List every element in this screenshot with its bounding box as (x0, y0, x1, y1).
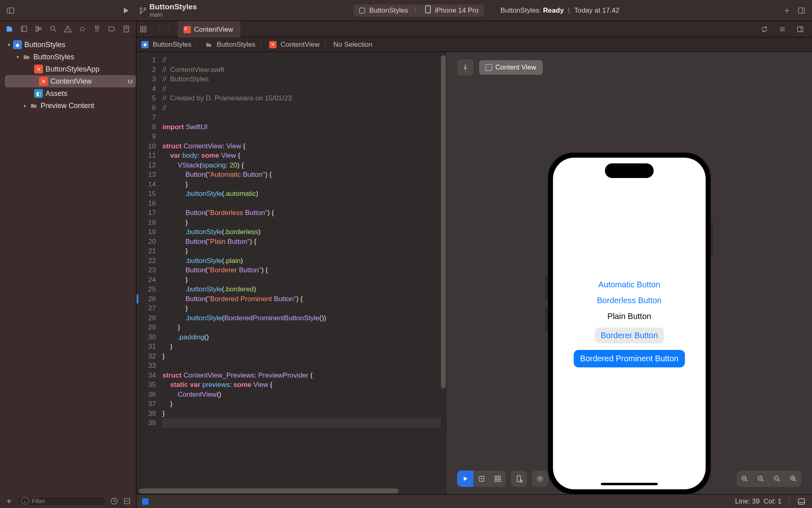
svg-point-2 (140, 7, 142, 9)
jump-segment[interactable]: ButtonStyles (216, 41, 255, 49)
live-preview-button[interactable] (457, 471, 473, 487)
disclosure-icon[interactable]: ▸ (22, 103, 28, 109)
add-editor-button[interactable] (782, 6, 792, 15)
navigator: ▾ ◆ ButtonStyles ▾ ButtonStyles ✕ButtonS… (0, 21, 136, 508)
scheme-selector[interactable]: ButtonStyles 〉 iPhone 14 Pro (354, 4, 484, 17)
filter-field[interactable]: ⌄ Filter (17, 496, 106, 506)
tree-item-preview content[interactable]: ▸Preview Content (0, 100, 136, 112)
tree-item-buttonstylesapp[interactable]: ✕ButtonStylesApp (0, 63, 136, 75)
report-navigator-icon[interactable] (121, 24, 132, 34)
test-navigator-icon[interactable] (77, 24, 88, 34)
project-icon: ◆ (13, 40, 22, 49)
svg-rect-10 (21, 26, 26, 31)
device-settings-button[interactable] (511, 471, 527, 487)
folder-icon (29, 101, 38, 110)
debug-navigator-icon[interactable] (92, 24, 102, 34)
preview-bordered-button[interactable]: Borderer Button (595, 328, 663, 343)
project-icon: ◆ (141, 41, 149, 48)
nav-back-button[interactable]: 〈 (150, 21, 164, 37)
folder-icon (22, 52, 31, 61)
editor-horizontal-scrollbar[interactable] (139, 488, 399, 493)
preview-plain-button[interactable]: Plain Button (607, 312, 651, 321)
branch-icon[interactable] (138, 6, 148, 15)
svg-rect-30 (144, 26, 146, 28)
project-navigator-icon[interactable] (4, 24, 15, 34)
navigator-selector-bar (0, 21, 136, 37)
run-button[interactable] (121, 6, 131, 15)
jump-bar[interactable]: ◆ ButtonStyles 〉 ButtonStyles 〉 ✕ Conten… (136, 37, 812, 52)
editor-vertical-scrollbar[interactable] (441, 55, 446, 389)
zoom-out-button[interactable] (736, 471, 753, 487)
svg-line-50 (762, 480, 764, 482)
svg-rect-39 (495, 476, 497, 478)
assets-icon: ◧ (34, 89, 43, 98)
branch-block[interactable]: ButtonStyles main (149, 3, 197, 18)
variants-button[interactable] (490, 471, 506, 487)
svg-rect-32 (144, 30, 146, 32)
zoom-fit-button[interactable] (753, 471, 769, 487)
preview-settings-button[interactable] (532, 471, 548, 487)
source-control-navigator-icon[interactable] (19, 24, 29, 34)
editor-options-button[interactable] (775, 21, 789, 37)
find-navigator-icon[interactable] (48, 24, 58, 34)
preview-selector[interactable]: Content View (479, 60, 543, 75)
tree-item-assets[interactable]: ◧Assets (0, 87, 136, 100)
preview-prominent-button[interactable]: Bordered Prominent Button (574, 350, 685, 367)
jump-segment[interactable]: ContentView (281, 41, 320, 49)
svg-rect-8 (799, 8, 805, 13)
selectable-preview-button[interactable] (473, 471, 490, 487)
code-area[interactable]: //// ContentView.swift// ButtonStyles///… (160, 52, 447, 494)
symbol-navigator-icon[interactable] (33, 24, 44, 34)
swift-icon: ✕ (184, 26, 191, 33)
zoom-actual-button[interactable]: 1 (769, 471, 785, 487)
library-button[interactable] (797, 6, 806, 15)
tree-label: ContentView (50, 77, 92, 86)
disclosure-icon[interactable]: ▾ (15, 54, 21, 60)
swift-icon: ✕ (269, 41, 276, 48)
sidebar-toggle-icon[interactable] (6, 6, 15, 15)
svg-rect-31 (140, 30, 143, 32)
project-tree: ▾ ◆ ButtonStyles ▾ ButtonStyles ✕ButtonS… (0, 37, 136, 493)
tree-label: ButtonStylesApp (45, 65, 99, 74)
tree-item-contentview[interactable]: ✕ContentViewM (5, 75, 136, 87)
issue-navigator-icon[interactable] (63, 24, 73, 34)
svg-line-18 (54, 30, 56, 32)
svg-point-4 (144, 7, 146, 9)
disclosure-icon[interactable]: ▾ (6, 42, 12, 48)
filter-icon: ⌄ (21, 497, 29, 504)
divider (789, 498, 789, 505)
device-screen[interactable]: Automatic Button Borderless Button Plain… (553, 158, 706, 489)
tree-group[interactable]: ▾ ButtonStyles (0, 51, 136, 63)
destination-name: iPhone 14 Pro (435, 7, 479, 15)
related-items-button[interactable] (136, 21, 150, 37)
preview-title: Content View (495, 63, 536, 72)
tree-label: Assets (45, 89, 67, 98)
jump-segment[interactable]: ButtonStyles (153, 41, 191, 49)
scm-filter-icon[interactable] (122, 496, 132, 506)
nav-forward-button[interactable]: 〉 (164, 21, 178, 37)
preview-borderless-button[interactable]: Borderless Button (597, 296, 662, 305)
preview-automatic-button[interactable]: Automatic Button (598, 280, 660, 289)
jump-segment[interactable]: No Selection (333, 41, 372, 49)
code-editor[interactable]: 1234567891011121314151617181920212223242… (136, 52, 447, 494)
svg-rect-42 (499, 480, 501, 482)
svg-point-3 (140, 11, 142, 13)
chevron-right-icon: 〉 (258, 41, 267, 48)
editor-tab[interactable]: ✕ ContentView (178, 21, 240, 37)
pin-preview-button[interactable] (457, 59, 473, 76)
navigator-footer: ＋ ⌄ Filter (0, 493, 136, 508)
folder-icon (205, 41, 212, 48)
svg-rect-29 (140, 26, 143, 28)
recent-filter-icon[interactable] (109, 496, 119, 506)
refresh-preview-button[interactable] (758, 21, 771, 37)
activity-status: ButtonStyles: Ready | Today at 17.42 (501, 7, 620, 15)
add-file-button[interactable]: ＋ (4, 496, 14, 506)
svg-line-53 (778, 480, 780, 482)
status-indicator[interactable] (142, 498, 149, 505)
tree-root[interactable]: ▾ ◆ ButtonStyles (0, 39, 136, 51)
breakpoint-navigator-icon[interactable] (106, 24, 117, 34)
adjust-editor-button[interactable] (793, 21, 807, 37)
zoom-in-button[interactable] (785, 471, 801, 487)
debug-area-toggle[interactable] (797, 497, 806, 506)
phone-icon (425, 5, 431, 15)
